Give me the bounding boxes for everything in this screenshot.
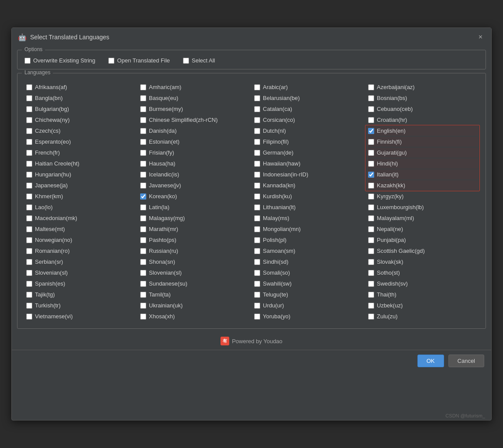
lang-checkbox-lt[interactable]	[254, 204, 260, 210]
lang-item-fr[interactable]: French(fr)	[24, 148, 137, 158]
lang-checkbox-af[interactable]	[26, 84, 32, 90]
lang-checkbox-ha[interactable]	[140, 161, 146, 167]
lang-checkbox-pl[interactable]	[254, 237, 260, 243]
lang-checkbox-te[interactable]	[254, 292, 260, 298]
lang-checkbox-ca[interactable]	[254, 106, 260, 112]
lang-checkbox-is[interactable]	[140, 172, 146, 178]
lang-checkbox-sd[interactable]	[254, 259, 260, 265]
lang-item-mg[interactable]: Malagasy(mg)	[138, 213, 251, 223]
lang-item-nl[interactable]: Dutch(nl)	[252, 126, 365, 136]
lang-checkbox-la[interactable]	[140, 204, 146, 210]
lang-checkbox-xh[interactable]	[140, 314, 146, 320]
lang-item-gu[interactable]: Gujarati(gu)	[366, 148, 479, 158]
lang-item-lt[interactable]: Lithuanian(lt)	[252, 202, 365, 212]
lang-checkbox-ne[interactable]	[368, 226, 374, 232]
lang-checkbox-sk[interactable]	[368, 259, 374, 265]
lang-checkbox-gu[interactable]	[368, 150, 374, 156]
lang-item-de[interactable]: German(de)	[252, 148, 365, 158]
lang-item-kk[interactable]: Kazakh(kk)	[366, 180, 479, 190]
lang-checkbox-vi[interactable]	[26, 314, 32, 320]
lang-checkbox-zh-rCN[interactable]	[140, 117, 146, 123]
lang-checkbox-be[interactable]	[254, 95, 260, 101]
lang-item-ha[interactable]: Hausa(ha)	[138, 159, 251, 169]
lang-item-cs[interactable]: Czech(cs)	[24, 126, 137, 136]
lang-item-ky[interactable]: Kyrgyz(ky)	[366, 191, 479, 201]
lang-checkbox-az[interactable]	[368, 84, 374, 90]
lang-item-eu[interactable]: Basque(eu)	[138, 93, 251, 103]
ok-button[interactable]: OK	[417, 355, 444, 367]
lang-item-ar[interactable]: Arabic(ar)	[252, 82, 365, 92]
lang-checkbox-co[interactable]	[254, 117, 260, 123]
lang-item-te[interactable]: Telugu(te)	[252, 289, 365, 300]
lang-item-ht[interactable]: Haitian Creole(ht)	[24, 159, 137, 169]
lang-checkbox-ny[interactable]	[26, 117, 32, 123]
lang-checkbox-cs[interactable]	[26, 128, 32, 134]
lang-checkbox-eu[interactable]	[140, 95, 146, 101]
lang-checkbox-lo[interactable]	[26, 204, 32, 210]
lang-item-ca[interactable]: Catalan(ca)	[252, 104, 365, 114]
lang-checkbox-no[interactable]	[26, 237, 32, 243]
lang-checkbox-gd[interactable]	[368, 248, 374, 254]
lang-checkbox-fy[interactable]	[140, 150, 146, 156]
lang-checkbox-ro[interactable]	[26, 248, 32, 254]
lang-item-af[interactable]: Afrikaans(af)	[24, 82, 137, 92]
close-button[interactable]: ×	[476, 32, 485, 42]
lang-checkbox-am[interactable]	[140, 84, 146, 90]
lang-item-sn[interactable]: Shona(sn)	[138, 257, 251, 267]
lang-checkbox-ja[interactable]	[26, 183, 32, 189]
lang-checkbox-bs[interactable]	[368, 95, 374, 101]
lang-item-sw[interactable]: Swahili(sw)	[252, 279, 365, 289]
lang-item-zh-rCN[interactable]: Chinese Simplified(zh-rCN)	[138, 115, 251, 125]
lang-item-ku[interactable]: Kurdish(ku)	[252, 191, 365, 201]
lang-item-is[interactable]: Icelandic(is)	[138, 169, 251, 179]
lang-checkbox-es[interactable]	[26, 281, 32, 287]
lang-item-hu[interactable]: Hungarian(hu)	[24, 169, 137, 179]
lang-checkbox-bn[interactable]	[26, 95, 32, 101]
lang-checkbox-et[interactable]	[140, 139, 146, 145]
lang-item-fy[interactable]: Frisian(fy)	[138, 148, 251, 158]
lang-checkbox-eo[interactable]	[26, 139, 32, 145]
select-all-option[interactable]: Select All	[183, 57, 215, 64]
lang-checkbox-fi[interactable]	[368, 139, 374, 145]
lang-checkbox-bg[interactable]	[26, 106, 32, 112]
lang-item-pl[interactable]: Polish(pl)	[252, 235, 365, 245]
lang-checkbox-in-rID[interactable]	[254, 172, 260, 178]
lang-item-mn[interactable]: Mongolian(mn)	[252, 224, 365, 234]
lang-item-su[interactable]: Sundanese(su)	[138, 279, 251, 289]
lang-checkbox-fil[interactable]	[254, 139, 260, 145]
lang-checkbox-sn[interactable]	[140, 259, 146, 265]
lang-item-es[interactable]: Spanish(es)	[24, 279, 137, 289]
lang-item-xh[interactable]: Xhosa(xh)	[138, 311, 251, 321]
lang-item-no[interactable]: Norwegian(no)	[24, 235, 137, 245]
lang-item-mr[interactable]: Marathi(mr)	[138, 224, 251, 234]
lang-checkbox-lb[interactable]	[368, 204, 374, 210]
lang-checkbox-kk[interactable]	[368, 183, 374, 189]
lang-checkbox-kn[interactable]	[254, 183, 260, 189]
lang-item-bn[interactable]: Bangla(bn)	[24, 93, 137, 103]
lang-item-la[interactable]: Latin(la)	[138, 202, 251, 212]
lang-item-haw[interactable]: Hawaiian(haw)	[252, 159, 365, 169]
lang-item-st[interactable]: Sotho(st)	[366, 268, 479, 278]
lang-checkbox-su[interactable]	[140, 281, 146, 287]
lang-item-ko[interactable]: Korean(ko)	[138, 191, 251, 201]
lang-item-in-rID[interactable]: Indonesian(in-rID)	[252, 169, 365, 179]
lang-item-ml[interactable]: Malayalam(ml)	[366, 213, 479, 223]
lang-checkbox-ky[interactable]	[368, 193, 374, 200]
lang-item-lo[interactable]: Lao(lo)	[24, 202, 137, 212]
lang-checkbox-uk[interactable]	[140, 303, 146, 309]
lang-checkbox-fr[interactable]	[26, 150, 32, 156]
lang-item-zu[interactable]: Zulu(zu)	[366, 311, 479, 321]
lang-checkbox-ko[interactable]	[140, 193, 146, 200]
lang-item-fi[interactable]: Finnish(fi)	[366, 137, 479, 147]
lang-item-ro[interactable]: Romanian(ro)	[24, 246, 137, 256]
lang-checkbox-de[interactable]	[254, 150, 260, 156]
lang-checkbox-nl[interactable]	[254, 128, 260, 134]
lang-checkbox-sm[interactable]	[254, 248, 260, 254]
lang-checkbox-jv[interactable]	[140, 183, 146, 189]
lang-item-sl[interactable]: Slovenian(sl)	[24, 268, 137, 278]
lang-item-my[interactable]: Burmese(my)	[138, 104, 251, 114]
lang-checkbox-tr[interactable]	[26, 303, 32, 309]
lang-checkbox-sl2[interactable]	[140, 270, 146, 276]
lang-checkbox-ps[interactable]	[140, 237, 146, 243]
lang-checkbox-st[interactable]	[368, 270, 374, 276]
